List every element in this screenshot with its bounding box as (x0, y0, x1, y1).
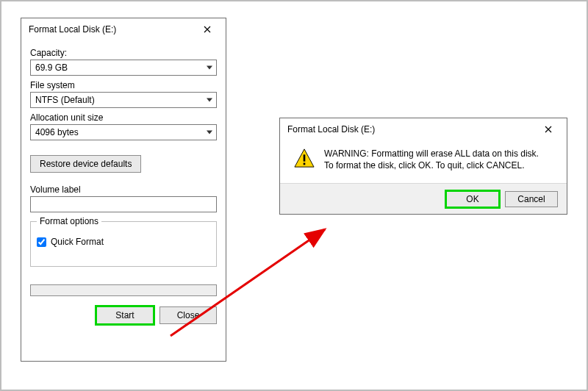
format-dialog-body: Capacity: File system Allocation unit si… (21, 40, 226, 330)
format-dialog: Format Local Disk (E:) Capacity: File sy… (21, 18, 226, 362)
close-button[interactable]: Close (159, 306, 217, 324)
capacity-label: Capacity: (30, 48, 217, 58)
quick-format-label: Quick Format (51, 237, 104, 247)
warning-message: WARNING: Formatting will erase ALL data … (324, 148, 539, 171)
warning-dialog: Format Local Disk (E:) WARNING: Formatti… (279, 118, 567, 215)
warning-message-line2: To format the disk, click OK. To quit, c… (324, 159, 539, 171)
warning-dialog-footer: OK Cancel (280, 183, 567, 214)
quick-format-checkbox[interactable] (37, 237, 46, 247)
warning-message-line1: WARNING: Formatting will erase ALL data … (324, 148, 539, 159)
start-button[interactable]: Start (96, 306, 154, 324)
format-progress-bar (30, 284, 217, 296)
restore-defaults-button[interactable]: Restore device defaults (30, 155, 141, 173)
warning-dialog-titlebar: Format Local Disk (E:) (280, 118, 567, 140)
format-options-legend: Format options (37, 216, 101, 226)
warning-icon (293, 148, 315, 171)
allocation-unit-size-label: Allocation unit size (30, 112, 217, 123)
volume-label-label: Volume label (30, 184, 217, 195)
format-options-group: Format options Quick Format (30, 221, 217, 267)
close-icon[interactable] (534, 121, 562, 138)
file-system-select[interactable] (30, 92, 217, 108)
svg-rect-1 (304, 154, 306, 161)
file-system-label: File system (30, 80, 217, 90)
allocation-unit-size-select[interactable] (30, 124, 217, 140)
capacity-select[interactable] (30, 60, 217, 76)
warning-dialog-title: Format Local Disk (E:) (287, 124, 375, 134)
volume-label-input[interactable] (30, 196, 217, 212)
format-dialog-footer: Start Close (30, 306, 217, 324)
cancel-button[interactable]: Cancel (505, 191, 558, 207)
close-icon[interactable] (193, 21, 221, 38)
svg-rect-2 (304, 163, 306, 165)
warning-dialog-body: WARNING: Formatting will erase ALL data … (280, 140, 567, 183)
quick-format-checkbox-row[interactable]: Quick Format (37, 237, 210, 247)
format-dialog-titlebar: Format Local Disk (E:) (21, 18, 226, 40)
ok-button[interactable]: OK (446, 191, 499, 207)
format-dialog-title: Format Local Disk (E:) (29, 24, 116, 35)
